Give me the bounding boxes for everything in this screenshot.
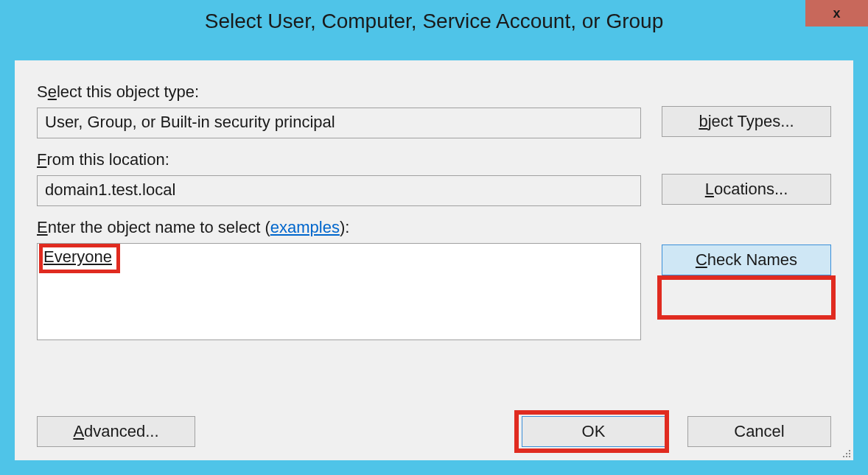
titlebar: Select User, Computer, Service Account, … [1, 1, 867, 41]
close-icon: x [833, 6, 840, 21]
dialog-window: Select User, Computer, Service Account, … [0, 0, 868, 475]
resize-grip-icon[interactable] [840, 447, 850, 457]
locations-button[interactable]: Locations... [662, 174, 831, 205]
location-field: domain1.test.local [37, 175, 641, 206]
cancel-button[interactable]: Cancel [687, 416, 831, 447]
dialog-body: Select this object type: User, Group, or… [15, 60, 853, 460]
object-type-field: User, Group, or Built-in security princi… [37, 108, 641, 138]
object-type-label: Select this object type: [37, 82, 641, 102]
location-label: From this location: [37, 150, 641, 169]
window-title: Select User, Computer, Service Account, … [205, 10, 664, 33]
ok-button[interactable]: OK [522, 416, 665, 447]
check-names-button[interactable]: Check Names [662, 244, 831, 275]
advanced-button[interactable]: Advanced... [37, 416, 195, 447]
object-name-label: Enter the object name to select (example… [37, 218, 641, 237]
object-types-button[interactable]: bject Types... [662, 106, 831, 137]
resolved-name: Everyone [42, 247, 113, 267]
object-name-input[interactable]: Everyone [37, 243, 641, 340]
close-button[interactable]: x [805, 0, 868, 27]
examples-link[interactable]: examples [270, 218, 340, 236]
